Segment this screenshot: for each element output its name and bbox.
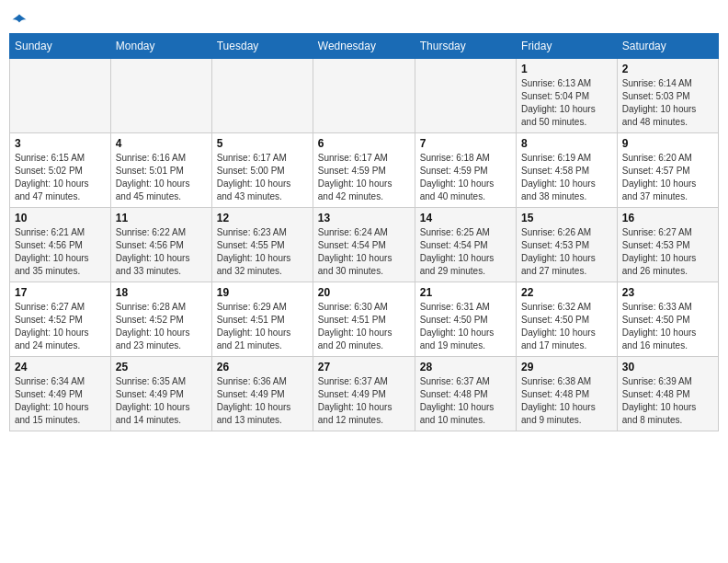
calendar-cell: 3Sunrise: 6:15 AMSunset: 5:02 PMDaylight…: [10, 133, 111, 208]
day-info: Sunrise: 6:27 AMSunset: 4:53 PMDaylight:…: [622, 226, 713, 278]
calendar-cell: 4Sunrise: 6:16 AMSunset: 5:01 PMDaylight…: [110, 133, 211, 208]
day-info: Sunrise: 6:32 AMSunset: 4:50 PMDaylight:…: [521, 301, 612, 352]
day-info: Sunrise: 6:18 AMSunset: 4:59 PMDaylight:…: [420, 152, 511, 203]
day-info: Sunrise: 6:23 AMSunset: 4:55 PMDaylight:…: [217, 226, 308, 278]
day-info: Sunrise: 6:34 AMSunset: 4:49 PMDaylight:…: [15, 375, 106, 427]
day-info: Sunrise: 6:20 AMSunset: 4:57 PMDaylight:…: [622, 152, 713, 203]
calendar-cell: 21Sunrise: 6:31 AMSunset: 4:50 PMDayligh…: [415, 282, 516, 357]
header-wednesday: Wednesday: [313, 34, 415, 59]
day-number: 4: [116, 137, 207, 150]
day-number: 28: [420, 361, 511, 373]
day-number: 24: [15, 361, 106, 373]
day-number: 22: [521, 286, 612, 299]
calendar-table: SundayMondayTuesdayWednesdayThursdayFrid…: [9, 33, 719, 431]
calendar-cell: 28Sunrise: 6:37 AMSunset: 4:48 PMDayligh…: [415, 357, 516, 431]
day-info: Sunrise: 6:37 AMSunset: 4:48 PMDaylight:…: [420, 375, 511, 427]
day-info: Sunrise: 6:15 AMSunset: 5:02 PMDaylight:…: [15, 152, 106, 203]
day-number: 8: [521, 137, 612, 150]
day-info: Sunrise: 6:30 AMSunset: 4:51 PMDaylight:…: [318, 301, 410, 352]
day-info: Sunrise: 6:19 AMSunset: 4:58 PMDaylight:…: [521, 152, 612, 203]
day-number: 25: [116, 361, 207, 373]
calendar-cell: 16Sunrise: 6:27 AMSunset: 4:53 PMDayligh…: [617, 208, 718, 282]
day-number: 29: [521, 361, 612, 373]
week-row-1: 3Sunrise: 6:15 AMSunset: 5:02 PMDaylight…: [10, 133, 719, 208]
calendar-cell: 19Sunrise: 6:29 AMSunset: 4:51 PMDayligh…: [211, 282, 313, 357]
calendar-cell: 10Sunrise: 6:21 AMSunset: 4:56 PMDayligh…: [10, 208, 111, 282]
calendar-cell: [313, 59, 415, 133]
day-number: 17: [15, 286, 106, 299]
day-number: 13: [318, 212, 410, 224]
day-number: 5: [217, 137, 308, 150]
header-friday: Friday: [517, 34, 618, 59]
day-info: Sunrise: 6:31 AMSunset: 4:50 PMDaylight:…: [420, 301, 511, 352]
calendar-cell: 9Sunrise: 6:20 AMSunset: 4:57 PMDaylight…: [617, 133, 718, 208]
day-number: 26: [217, 361, 308, 373]
calendar-cell: 12Sunrise: 6:23 AMSunset: 4:55 PMDayligh…: [211, 208, 313, 282]
day-number: 10: [15, 212, 106, 224]
week-row-3: 17Sunrise: 6:27 AMSunset: 4:52 PMDayligh…: [10, 282, 719, 357]
calendar-cell: 23Sunrise: 6:33 AMSunset: 4:50 PMDayligh…: [617, 282, 718, 357]
week-row-2: 10Sunrise: 6:21 AMSunset: 4:56 PMDayligh…: [10, 208, 719, 282]
calendar-cell: 13Sunrise: 6:24 AMSunset: 4:54 PMDayligh…: [313, 208, 415, 282]
day-info: Sunrise: 6:17 AMSunset: 4:59 PMDaylight:…: [318, 152, 410, 203]
calendar-cell: 14Sunrise: 6:25 AMSunset: 4:54 PMDayligh…: [415, 208, 516, 282]
day-info: Sunrise: 6:36 AMSunset: 4:49 PMDaylight:…: [217, 375, 308, 427]
calendar-cell: 15Sunrise: 6:26 AMSunset: 4:53 PMDayligh…: [517, 208, 618, 282]
calendar-cell: 2Sunrise: 6:14 AMSunset: 5:03 PMDaylight…: [617, 59, 718, 133]
calendar-cell: [211, 59, 313, 133]
day-info: Sunrise: 6:14 AMSunset: 5:03 PMDaylight:…: [622, 77, 713, 129]
day-info: Sunrise: 6:27 AMSunset: 4:52 PMDaylight:…: [15, 301, 106, 352]
day-number: 7: [420, 137, 511, 150]
day-info: Sunrise: 6:26 AMSunset: 4:53 PMDaylight:…: [521, 226, 612, 278]
calendar-cell: 29Sunrise: 6:38 AMSunset: 4:48 PMDayligh…: [517, 357, 618, 431]
day-number: 12: [217, 212, 308, 224]
calendar-cell: 20Sunrise: 6:30 AMSunset: 4:51 PMDayligh…: [313, 282, 415, 357]
day-number: 21: [420, 286, 511, 299]
day-info: Sunrise: 6:29 AMSunset: 4:51 PMDaylight:…: [217, 301, 308, 352]
calendar-cell: 30Sunrise: 6:39 AMSunset: 4:48 PMDayligh…: [617, 357, 718, 431]
calendar-cell: 5Sunrise: 6:17 AMSunset: 5:00 PMDaylight…: [211, 133, 313, 208]
day-info: Sunrise: 6:17 AMSunset: 5:00 PMDaylight:…: [217, 152, 308, 203]
day-info: Sunrise: 6:24 AMSunset: 4:54 PMDaylight:…: [318, 226, 410, 278]
day-number: 1: [521, 63, 612, 75]
day-number: 15: [521, 212, 612, 224]
header-tuesday: Tuesday: [211, 34, 313, 59]
week-row-0: 1Sunrise: 6:13 AMSunset: 5:04 PMDaylight…: [10, 59, 719, 133]
day-number: 30: [622, 361, 713, 373]
calendar-cell: 1Sunrise: 6:13 AMSunset: 5:04 PMDaylight…: [517, 59, 618, 133]
week-row-4: 24Sunrise: 6:34 AMSunset: 4:49 PMDayligh…: [10, 357, 719, 431]
logo-bird-icon: [11, 13, 28, 29]
header-saturday: Saturday: [617, 34, 718, 59]
calendar-cell: 17Sunrise: 6:27 AMSunset: 4:52 PMDayligh…: [10, 282, 111, 357]
header-sunday: Sunday: [10, 34, 111, 59]
day-number: 2: [622, 63, 713, 75]
calendar-cell: 22Sunrise: 6:32 AMSunset: 4:50 PMDayligh…: [517, 282, 618, 357]
header-row: SundayMondayTuesdayWednesdayThursdayFrid…: [10, 34, 719, 59]
day-number: 19: [217, 286, 308, 299]
header-monday: Monday: [110, 34, 211, 59]
calendar-cell: 18Sunrise: 6:28 AMSunset: 4:52 PMDayligh…: [110, 282, 211, 357]
day-number: 3: [15, 137, 106, 150]
day-number: 14: [420, 212, 511, 224]
day-info: Sunrise: 6:37 AMSunset: 4:49 PMDaylight:…: [318, 375, 410, 427]
day-info: Sunrise: 6:16 AMSunset: 5:01 PMDaylight:…: [116, 152, 207, 203]
calendar-cell: 25Sunrise: 6:35 AMSunset: 4:49 PMDayligh…: [110, 357, 211, 431]
page-header: [9, 9, 719, 29]
day-number: 6: [318, 137, 410, 150]
day-number: 16: [622, 212, 713, 224]
day-number: 9: [622, 137, 713, 150]
calendar-cell: [10, 59, 111, 133]
day-info: Sunrise: 6:21 AMSunset: 4:56 PMDaylight:…: [15, 226, 106, 278]
day-number: 23: [622, 286, 713, 299]
day-info: Sunrise: 6:22 AMSunset: 4:56 PMDaylight:…: [116, 226, 207, 278]
logo: [9, 9, 28, 29]
day-number: 11: [116, 212, 207, 224]
calendar-cell: 27Sunrise: 6:37 AMSunset: 4:49 PMDayligh…: [313, 357, 415, 431]
day-number: 18: [116, 286, 207, 299]
day-info: Sunrise: 6:28 AMSunset: 4:52 PMDaylight:…: [116, 301, 207, 352]
calendar-cell: 24Sunrise: 6:34 AMSunset: 4:49 PMDayligh…: [10, 357, 111, 431]
calendar-cell: 11Sunrise: 6:22 AMSunset: 4:56 PMDayligh…: [110, 208, 211, 282]
day-info: Sunrise: 6:25 AMSunset: 4:54 PMDaylight:…: [420, 226, 511, 278]
day-number: 27: [318, 361, 410, 373]
day-info: Sunrise: 6:35 AMSunset: 4:49 PMDaylight:…: [116, 375, 207, 427]
